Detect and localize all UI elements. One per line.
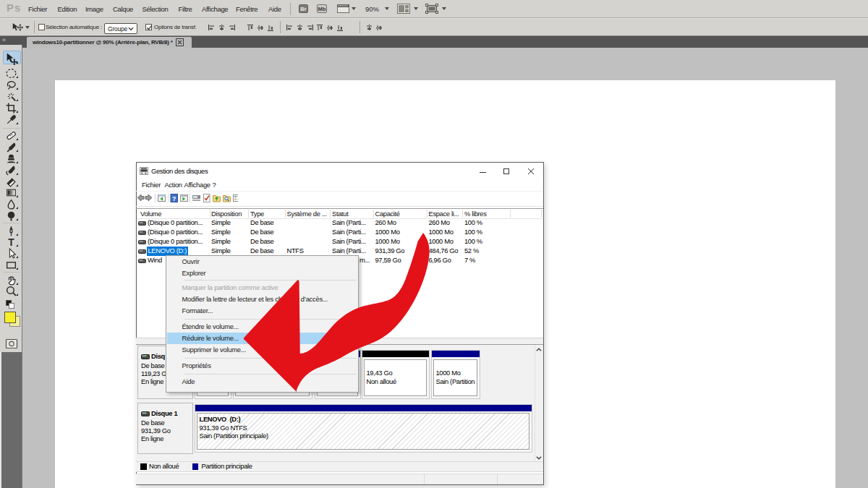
svg-text:T: T [8,236,14,248]
